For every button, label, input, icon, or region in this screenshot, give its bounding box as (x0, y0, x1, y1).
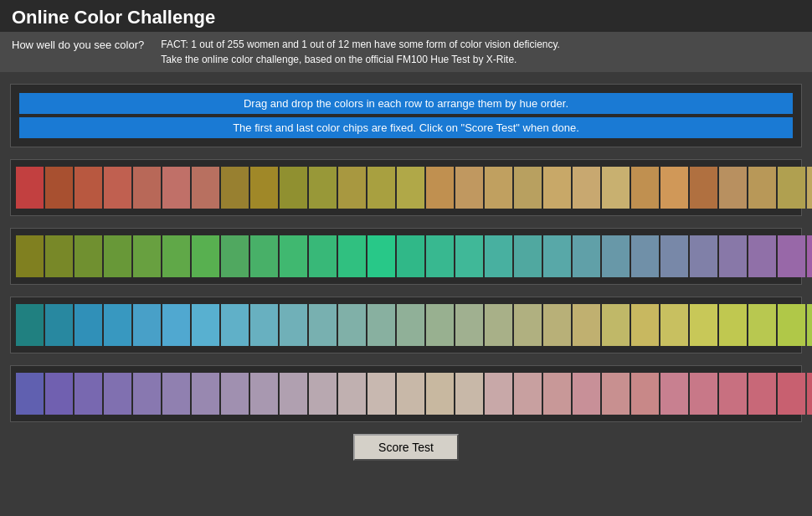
color-chip-2-3[interactable] (104, 304, 131, 346)
color-chip-1-4[interactable] (133, 235, 161, 277)
color-chip-0-20[interactable] (602, 167, 630, 209)
color-chip-3-19[interactable] (573, 373, 600, 415)
color-chip-3-11[interactable] (338, 373, 366, 415)
color-chip-1-22[interactable] (660, 235, 688, 277)
color-chip-1-2[interactable] (75, 235, 102, 277)
color-chip-2-23[interactable] (690, 304, 717, 346)
color-chip-2-2[interactable] (75, 304, 102, 346)
color-chip-0-8[interactable] (250, 167, 278, 209)
color-chip-2-27[interactable] (807, 304, 812, 346)
color-chip-0-12[interactable] (367, 167, 395, 209)
color-chip-0-23[interactable] (690, 167, 717, 209)
color-chip-1-14[interactable] (426, 235, 454, 277)
color-chip-3-13[interactable] (397, 373, 424, 415)
color-chip-1-16[interactable] (485, 235, 512, 277)
score-test-button[interactable]: Score Test (353, 434, 459, 461)
color-chip-0-26[interactable] (778, 167, 805, 209)
color-chip-1-1[interactable] (45, 235, 73, 277)
color-chip-3-1[interactable] (45, 373, 73, 415)
color-chip-0-1[interactable] (45, 167, 73, 209)
color-chip-2-9[interactable] (280, 304, 307, 346)
color-chip-0-24[interactable] (719, 167, 747, 209)
color-chip-1-18[interactable] (543, 235, 571, 277)
color-chip-2-5[interactable] (162, 304, 190, 346)
color-chip-3-2[interactable] (75, 373, 102, 415)
color-chip-2-18[interactable] (543, 304, 571, 346)
color-chip-1-20[interactable] (602, 235, 630, 277)
color-chip-3-21[interactable] (631, 373, 659, 415)
color-chip-3-9[interactable] (280, 373, 307, 415)
color-chip-3-12[interactable] (367, 373, 395, 415)
color-chip-2-11[interactable] (338, 304, 366, 346)
color-chip-1-9[interactable] (280, 235, 307, 277)
color-chip-3-14[interactable] (426, 373, 454, 415)
color-chip-1-8[interactable] (250, 235, 278, 277)
color-chip-2-17[interactable] (514, 304, 542, 346)
color-chip-0-27[interactable] (807, 167, 812, 209)
color-chip-2-20[interactable] (602, 304, 630, 346)
color-chip-2-8[interactable] (250, 304, 278, 346)
color-chip-3-22[interactable] (660, 373, 688, 415)
color-chip-2-7[interactable] (221, 304, 249, 346)
color-chip-3-20[interactable] (602, 373, 630, 415)
color-chip-1-15[interactable] (455, 235, 483, 277)
color-chip-3-17[interactable] (514, 373, 542, 415)
color-chip-3-10[interactable] (309, 373, 337, 415)
color-chip-2-22[interactable] (660, 304, 688, 346)
color-chip-2-4[interactable] (133, 304, 161, 346)
color-chip-1-27[interactable] (807, 235, 812, 277)
color-chip-0-25[interactable] (748, 167, 776, 209)
color-chip-3-3[interactable] (104, 373, 131, 415)
color-chip-0-7[interactable] (221, 167, 249, 209)
color-row-2[interactable] (10, 297, 802, 353)
color-chip-1-13[interactable] (397, 235, 424, 277)
color-chip-3-7[interactable] (221, 373, 249, 415)
color-chip-3-26[interactable] (778, 373, 805, 415)
color-chip-0-10[interactable] (309, 167, 337, 209)
color-chip-1-10[interactable] (309, 235, 337, 277)
color-chip-0-6[interactable] (192, 167, 219, 209)
color-chip-2-13[interactable] (397, 304, 424, 346)
color-chip-0-9[interactable] (280, 167, 307, 209)
color-chip-3-6[interactable] (192, 373, 219, 415)
color-chip-0-18[interactable] (543, 167, 571, 209)
color-chip-3-4[interactable] (133, 373, 161, 415)
color-chip-3-25[interactable] (748, 373, 776, 415)
color-row-1[interactable] (10, 228, 802, 285)
color-chip-0-15[interactable] (455, 167, 483, 209)
color-row-3[interactable] (10, 365, 802, 422)
color-chip-0-21[interactable] (631, 167, 659, 209)
color-chip-1-7[interactable] (221, 235, 249, 277)
color-chip-1-17[interactable] (514, 235, 542, 277)
color-chip-0-17[interactable] (514, 167, 542, 209)
color-chip-0-13[interactable] (397, 167, 424, 209)
color-chip-1-23[interactable] (690, 235, 717, 277)
color-chip-3-18[interactable] (543, 373, 571, 415)
color-chip-0-22[interactable] (660, 167, 688, 209)
color-chip-3-16[interactable] (485, 373, 512, 415)
color-chip-3-15[interactable] (455, 373, 483, 415)
color-chip-1-25[interactable] (748, 235, 776, 277)
color-chip-0-16[interactable] (485, 167, 512, 209)
color-chip-1-19[interactable] (573, 235, 600, 277)
color-chip-1-12[interactable] (367, 235, 395, 277)
color-chip-2-1[interactable] (45, 304, 73, 346)
color-chip-2-25[interactable] (748, 304, 776, 346)
color-chip-1-3[interactable] (104, 235, 131, 277)
color-chip-0-4[interactable] (133, 167, 161, 209)
color-chip-0-3[interactable] (104, 167, 131, 209)
color-chip-1-21[interactable] (631, 235, 659, 277)
color-chip-1-26[interactable] (778, 235, 805, 277)
color-chip-2-24[interactable] (719, 304, 747, 346)
color-chip-2-14[interactable] (426, 304, 454, 346)
color-chip-2-16[interactable] (485, 304, 512, 346)
color-chip-0-19[interactable] (573, 167, 600, 209)
color-chip-0-2[interactable] (75, 167, 102, 209)
color-chip-2-15[interactable] (455, 304, 483, 346)
color-chip-2-10[interactable] (309, 304, 337, 346)
color-chip-3-23[interactable] (690, 373, 717, 415)
color-chip-3-5[interactable] (162, 373, 190, 415)
color-chip-2-12[interactable] (367, 304, 395, 346)
color-chip-1-11[interactable] (338, 235, 366, 277)
color-chip-3-24[interactable] (719, 373, 747, 415)
